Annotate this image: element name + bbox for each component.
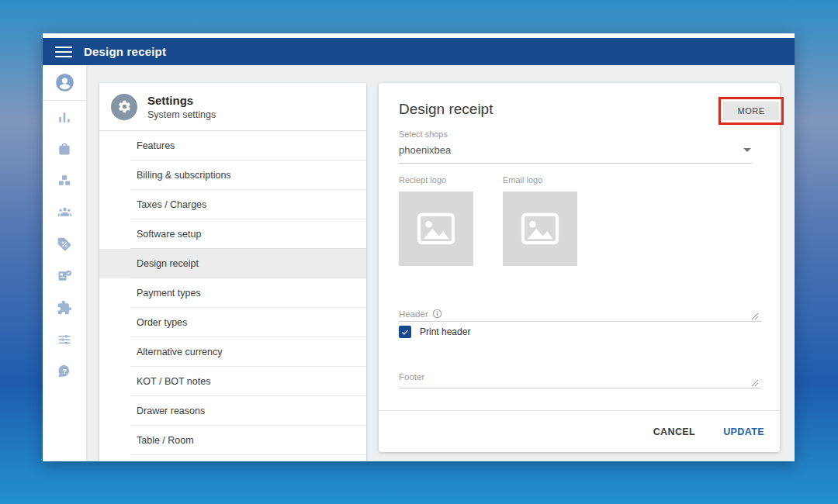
- print-header-checkbox[interactable]: [399, 326, 411, 338]
- settings-menu-item-kot-bot-notes[interactable]: KOT / BOT notes: [99, 367, 366, 396]
- bar-chart-icon: [57, 109, 72, 125]
- svg-text:?: ?: [62, 367, 67, 375]
- settings-menu-item-drawer-reasons[interactable]: Drawer reasons: [99, 396, 366, 426]
- settings-menu-item-table-room[interactable]: Table / Room: [99, 426, 366, 455]
- help-chat-icon: ?: [57, 364, 72, 379]
- sidebar-item-support[interactable]: ?: [43, 355, 86, 387]
- settings-menu-subtitle: System settings: [147, 109, 216, 120]
- select-shops-value: phoenixbea: [399, 144, 451, 156]
- sliders-icon: [57, 332, 72, 347]
- update-button[interactable]: UPDATE: [723, 426, 764, 437]
- settings-menu-title: Settings: [147, 94, 216, 107]
- actions-row: CANCEL UPDATE: [653, 411, 764, 452]
- print-header-label: Print header: [420, 326, 470, 337]
- print-header-row: Print header: [399, 326, 470, 338]
- settings-menu-item-payment-types[interactable]: Payment types: [99, 278, 366, 308]
- register-check-icon: [57, 268, 72, 284]
- settings-menu-item-design-receipt[interactable]: Design receipt: [99, 249, 366, 278]
- design-receipt-card: Design receipt MORE Select shops phoenix…: [379, 83, 780, 452]
- info-icon[interactable]: [432, 309, 442, 319]
- gear-icon: [111, 94, 137, 120]
- email-logo-column: Email logo: [503, 175, 577, 266]
- people-icon: [57, 204, 73, 220]
- sidebar-item-settings[interactable]: [43, 323, 86, 355]
- content-area: ? Settings System settings Features Bill…: [43, 65, 795, 461]
- settings-menu-item-software-setup[interactable]: Software setup: [99, 219, 366, 249]
- discount-tag-icon: [57, 236, 72, 252]
- settings-menu-card: Settings System settings Features Billin…: [99, 83, 366, 461]
- sidebar-item-account[interactable]: [43, 65, 86, 100]
- logo-upload-row: Reciept logo Email logo: [399, 175, 577, 266]
- image-icon: [521, 212, 559, 245]
- more-button[interactable]: MORE: [723, 102, 779, 120]
- account-icon: [54, 72, 75, 93]
- select-shops-dropdown[interactable]: phoenixbea: [399, 144, 752, 164]
- image-icon: [417, 212, 455, 245]
- receipt-logo-label: Reciept logo: [399, 175, 473, 185]
- hamburger-menu-icon[interactable]: [55, 47, 72, 57]
- design-receipt-title: Design receipt: [399, 101, 493, 118]
- app-window: Design receipt: [43, 33, 795, 461]
- sidebar-item-customers[interactable]: [43, 196, 86, 228]
- inventory-blocks-icon: [57, 173, 72, 188]
- settings-menu-item-billing[interactable]: Billing & subscriptions: [99, 161, 366, 190]
- more-button-highlight: MORE: [719, 97, 784, 125]
- footer-textarea[interactable]: [399, 388, 761, 388]
- page-title: Design receipt: [84, 45, 166, 58]
- settings-menu-titles: Settings System settings: [147, 94, 216, 120]
- header-field-label: Header: [399, 309, 442, 319]
- email-logo-placeholder[interactable]: [503, 192, 577, 266]
- sidebar-nav: ?: [43, 65, 86, 461]
- sidebar-item-sell[interactable]: [43, 133, 86, 164]
- puzzle-icon: [57, 300, 72, 316]
- sidebar-item-register[interactable]: [43, 260, 86, 292]
- settings-menu-item-taxes[interactable]: Taxes / Charges: [99, 190, 366, 219]
- footer-field-label: Footer: [399, 372, 424, 381]
- cancel-button[interactable]: CANCEL: [653, 426, 695, 437]
- main-area: Settings System settings Features Billin…: [86, 65, 795, 461]
- header-textarea[interactable]: [399, 321, 761, 322]
- sidebar-item-integrations[interactable]: [43, 292, 86, 323]
- settings-menu-item-features[interactable]: Features: [99, 131, 366, 161]
- shopping-bag-icon: [57, 141, 72, 157]
- sidebar-item-discounts[interactable]: [43, 228, 86, 260]
- settings-menu-item-order-types[interactable]: Order types: [99, 308, 366, 337]
- settings-menu-item-alternative-currency[interactable]: Alternative currency: [99, 337, 366, 367]
- email-logo-label: Email logo: [503, 175, 577, 185]
- resize-grip-icon[interactable]: [751, 379, 759, 387]
- settings-menu-header: Settings System settings: [99, 83, 366, 131]
- sidebar-item-inventory[interactable]: [43, 164, 86, 196]
- receipt-logo-placeholder[interactable]: [399, 192, 473, 266]
- check-icon: [400, 327, 410, 337]
- resize-grip-icon[interactable]: [751, 312, 759, 320]
- sidebar-item-reports[interactable]: [43, 101, 86, 133]
- select-shops-label: Select shops: [399, 129, 448, 139]
- chevron-down-icon: [743, 148, 751, 152]
- app-bar: Design receipt: [43, 38, 795, 65]
- receipt-logo-column: Reciept logo: [399, 175, 473, 266]
